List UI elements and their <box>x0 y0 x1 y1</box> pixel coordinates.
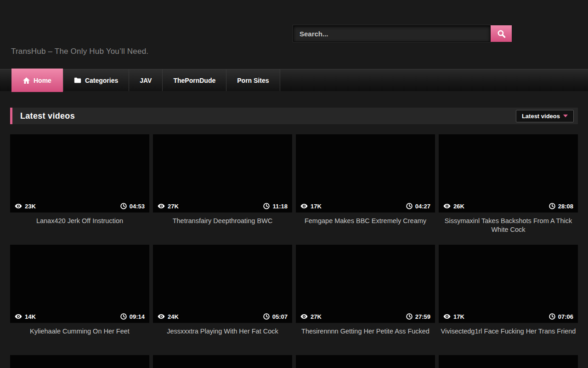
views-stat: 17K <box>443 313 464 320</box>
video-views: 26K <box>453 203 464 210</box>
video-stats: 27K 11:18 <box>153 200 292 213</box>
video-thumbnail[interactable] <box>296 355 435 368</box>
video-thumbnail[interactable]: 24K 05:07 <box>153 245 292 323</box>
video-stats: 14K 09:14 <box>10 310 149 323</box>
video-views: 27K <box>168 203 179 210</box>
video-title[interactable]: Jessxxxtra Playing With Her Fat Cock <box>153 323 292 336</box>
video-title[interactable]: Thetransfairy Deepthroating BWC <box>153 213 292 225</box>
views-stat: 23K <box>15 203 36 210</box>
section-title: Latest videos <box>20 111 75 121</box>
clock-icon <box>406 313 413 320</box>
duration-stat: 04:53 <box>120 203 145 210</box>
nav-tab-home[interactable]: Home <box>11 69 63 92</box>
video-duration: 04:53 <box>130 203 145 210</box>
eye-icon <box>158 314 165 319</box>
video-duration: 05:07 <box>272 313 288 320</box>
eye-icon <box>15 314 22 319</box>
video-thumbnail[interactable]: 14K 09:14 <box>10 245 149 323</box>
video-card[interactable]: 26K 28:08 Sissymaxinl Takes Backshots Fr… <box>439 134 578 245</box>
duration-stat: 07:06 <box>549 313 573 320</box>
video-card[interactable]: 17K 07:06 Vivisectedg1rl Face Fucking He… <box>439 245 578 355</box>
clock-icon <box>549 313 555 320</box>
video-card-partial[interactable] <box>439 355 578 368</box>
video-thumbnail[interactable] <box>439 355 578 368</box>
main-navigation: Home Categories JAV ThePornDude Porn Sit… <box>0 69 588 91</box>
nav-tab-categories[interactable]: Categories <box>63 69 129 91</box>
duration-stat: 11:18 <box>263 203 288 210</box>
duration-stat: 05:07 <box>263 313 288 320</box>
nav-tab-label: JAV <box>140 77 152 84</box>
sort-dropdown-button[interactable]: Latest videos <box>516 110 574 122</box>
search-button[interactable] <box>491 25 512 42</box>
video-stats: 27K 27:59 <box>296 310 435 323</box>
home-icon <box>23 77 30 84</box>
eye-icon <box>300 314 308 319</box>
video-duration: 04:27 <box>415 203 430 210</box>
video-stats: 23K 04:53 <box>10 200 149 213</box>
eye-icon <box>443 314 451 319</box>
video-title[interactable]: Sissymaxinl Takes Backshots From A Thick… <box>439 213 578 234</box>
video-thumbnail[interactable]: 17K 04:27 <box>296 134 435 213</box>
clock-icon <box>120 313 127 320</box>
video-card[interactable]: 24K 05:07 Jessxxxtra Playing With Her Fa… <box>153 245 292 355</box>
site-header: TransHub – The Only Hub You’ll Need. <box>0 0 588 69</box>
clock-icon <box>406 203 413 209</box>
nav-tab-label: ThePornDude <box>173 77 215 84</box>
video-card[interactable]: 27K 11:18 Thetransfairy Deepthroating BW… <box>153 134 292 245</box>
site-tagline: TransHub – The Only Hub You’ll Need. <box>11 47 148 56</box>
eye-icon <box>443 203 451 209</box>
video-stats: 26K 28:08 <box>439 200 578 213</box>
clock-icon <box>263 313 270 320</box>
video-title[interactable]: Lanax420 Jerk Off Instruction <box>10 213 149 225</box>
nav-tab-theporndude[interactable]: ThePornDude <box>163 69 226 91</box>
search-form <box>293 25 512 42</box>
video-views: 17K <box>453 313 464 320</box>
video-title[interactable]: Kyliehaale Cumming On Her Feet <box>10 323 149 336</box>
video-thumbnail[interactable] <box>153 355 292 368</box>
caret-down-icon <box>563 115 568 117</box>
video-card[interactable]: 27K 27:59 Thesirennnn Getting Her Petite… <box>296 245 435 355</box>
video-card-partial[interactable] <box>10 355 149 368</box>
duration-stat: 04:27 <box>406 203 430 210</box>
views-stat: 27K <box>300 313 322 320</box>
video-views: 14K <box>25 313 36 320</box>
clock-icon <box>120 203 127 209</box>
nav-tab-porn-sites[interactable]: Porn Sites <box>226 69 280 91</box>
video-thumbnail[interactable]: 27K 27:59 <box>296 245 435 323</box>
video-stats: 24K 05:07 <box>153 310 292 323</box>
video-duration: 09:14 <box>130 313 145 320</box>
video-title[interactable]: Femgape Makes BBC Extremely Creamy <box>296 213 435 225</box>
search-input[interactable] <box>293 25 491 42</box>
duration-stat: 09:14 <box>120 313 145 320</box>
views-stat: 17K <box>300 203 322 210</box>
video-duration: 07:06 <box>558 313 573 320</box>
video-card[interactable]: 23K 04:53 Lanax420 Jerk Off Instruction <box>10 134 149 245</box>
duration-stat: 27:59 <box>406 313 430 320</box>
video-title[interactable]: Thesirennnn Getting Her Petite Ass Fucke… <box>296 323 435 336</box>
video-views: 27K <box>311 313 322 320</box>
views-stat: 26K <box>443 203 464 210</box>
video-duration: 28:08 <box>558 203 573 210</box>
eye-icon <box>300 203 308 209</box>
nav-tab-jav[interactable]: JAV <box>129 69 163 91</box>
video-thumbnail[interactable] <box>10 355 149 368</box>
video-thumbnail[interactable]: 23K 04:53 <box>10 134 149 213</box>
video-grid: 23K 04:53 Lanax420 Jerk Off Instruction <box>10 134 578 368</box>
video-card-partial[interactable] <box>296 355 435 368</box>
clock-icon <box>263 203 270 209</box>
folder-icon <box>74 77 81 83</box>
video-thumbnail[interactable]: 26K 28:08 <box>439 134 578 213</box>
video-title[interactable]: Vivisectedg1rl Face Fucking Her Trans Fr… <box>439 323 578 336</box>
video-thumbnail[interactable]: 17K 07:06 <box>439 245 578 323</box>
latest-videos-section-bar: Latest videos Latest videos <box>10 108 578 124</box>
video-thumbnail[interactable]: 27K 11:18 <box>153 134 292 213</box>
video-views: 24K <box>168 313 179 320</box>
video-stats: 17K 07:06 <box>439 310 578 323</box>
video-card[interactable]: 14K 09:14 Kyliehaale Cumming On Her Feet <box>10 245 149 355</box>
video-card[interactable]: 17K 04:27 Femgape Makes BBC Extremely Cr… <box>296 134 435 245</box>
main-content: Latest videos Latest videos 23K <box>10 108 578 368</box>
video-duration: 11:18 <box>272 203 288 210</box>
duration-stat: 28:08 <box>549 203 573 210</box>
video-card-partial[interactable] <box>153 355 292 368</box>
video-views: 23K <box>25 203 36 210</box>
